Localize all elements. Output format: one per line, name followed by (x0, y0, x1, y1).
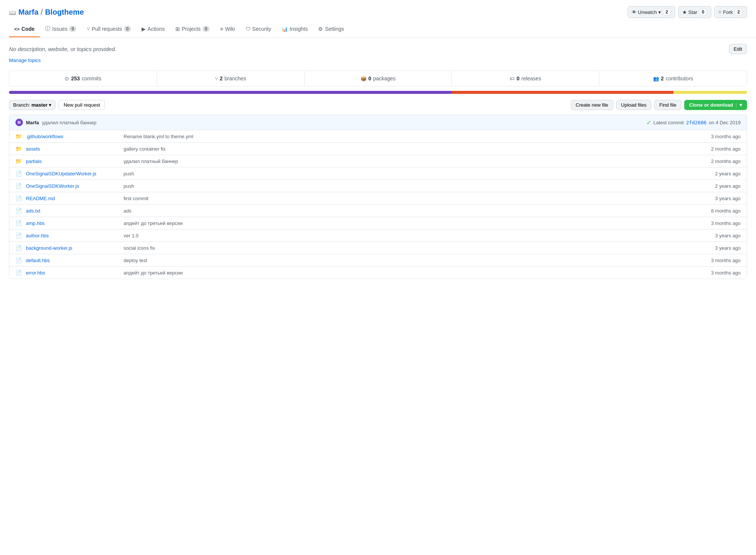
file-time: 3 years ago (696, 245, 741, 251)
file-commit-message: social icons fix (124, 245, 696, 251)
find-file-button[interactable]: Find file (654, 100, 681, 110)
commits-stat[interactable]: 253 commits (9, 71, 157, 86)
unwatch-button[interactable]: Unwatch 2 (628, 6, 675, 18)
file-name-link[interactable]: .github/workflows (26, 134, 63, 139)
packages-count: 0 (368, 75, 371, 81)
file-time: 3 years ago (696, 196, 741, 201)
commit-date: on 4 Dec 2019 (709, 120, 741, 125)
issues-badge: 0 (69, 26, 76, 32)
tab-actions[interactable]: Actions (136, 21, 170, 37)
file-rows-container: 📁.github/workflowsRename blank.yml to th… (9, 130, 747, 279)
chevron-down-icon (739, 102, 742, 108)
file-commit-message: ver 1.0 (124, 233, 696, 238)
table-row: 📄OneSignalSDKWorker.jspush2 years ago (9, 180, 747, 192)
table-row: 📁partialsудалил платный баннер2 months a… (9, 155, 747, 167)
eye-icon (632, 9, 637, 15)
clone-or-download-button[interactable]: Clone or download (684, 100, 747, 110)
file-time: 2 years ago (696, 183, 741, 189)
tab-settings[interactable]: Settings (313, 21, 349, 37)
commit-hash-link[interactable]: 2fd2606 (686, 120, 707, 125)
tab-pull-requests[interactable]: Pull requests 0 (81, 21, 136, 37)
file-time: 2 months ago (696, 146, 741, 152)
commit-author-link[interactable]: Marfa (26, 120, 39, 125)
file-icon: 📄 (15, 170, 26, 176)
branches-stat[interactable]: 2 branches (157, 71, 305, 86)
tab-projects-label: Projects (182, 26, 201, 32)
unwatch-count: 2 (662, 8, 671, 16)
releases-stat[interactable]: 0 releases (452, 71, 599, 86)
file-name-link[interactable]: error.hbs (26, 270, 45, 276)
file-name-link[interactable]: default.hbs (26, 258, 50, 263)
table-row: 📄ads.txtads8 months ago (9, 205, 747, 217)
create-new-file-button[interactable]: Create new file (571, 100, 613, 110)
controls-left: Branch: master New pull request (9, 100, 105, 110)
repo-name-link[interactable]: Blogtheme (45, 8, 84, 17)
file-icon: 📄 (15, 208, 26, 214)
table-row: 📄background-worker.jssocial icons fix3 y… (9, 242, 747, 254)
file-icon: 📄 (15, 257, 26, 263)
table-row: 📄README.mdfirst commit3 years ago (9, 192, 747, 205)
contributors-stat[interactable]: 2 contributors (599, 71, 747, 86)
clone-btn-divider (736, 103, 736, 108)
unwatch-label: Unwatch (638, 9, 657, 15)
new-pull-request-button[interactable]: New pull request (59, 100, 105, 110)
file-commit-message: ads (124, 208, 696, 214)
file-name-link[interactable]: amp.hbs (26, 220, 45, 226)
file-icon: 📄 (15, 220, 26, 226)
file-commit-message: удалил платный баннер (124, 158, 696, 164)
manage-topics-link[interactable]: Manage topics (9, 57, 41, 63)
fork-button[interactable]: Fork 2 (714, 6, 747, 18)
star-button[interactable]: Star 0 (678, 6, 712, 18)
releases-count: 0 (516, 75, 519, 81)
tab-projects[interactable]: Projects 0 (170, 21, 215, 37)
file-commit-message: апдейт до третьей версии (124, 270, 696, 276)
file-name-link[interactable]: author.hbs (26, 233, 49, 238)
file-icon: 📄 (15, 270, 26, 276)
table-row: 📄error.hbsапдейт до третьей версии3 mont… (9, 267, 747, 279)
tab-wiki[interactable]: Wiki (215, 21, 240, 37)
gear-icon (318, 26, 323, 32)
file-time: 2 months ago (696, 158, 741, 164)
file-name-link[interactable]: README.md (26, 196, 55, 201)
clone-label: Clone or download (689, 102, 733, 108)
controls-right: Create new file Upload files Find file C… (571, 100, 747, 110)
releases-label: releases (521, 75, 541, 81)
tab-wiki-label: Wiki (225, 26, 235, 32)
commit-hash-label: Latest commit (653, 120, 684, 125)
file-time: 8 months ago (696, 208, 741, 214)
tab-pr-label: Pull requests (92, 26, 122, 32)
table-row: 📄author.hbsver 1.03 years ago (9, 229, 747, 242)
pr-icon (87, 26, 90, 32)
file-commit-message: gallery container fix (124, 146, 696, 152)
people-icon (653, 75, 659, 81)
file-name-link[interactable]: OneSignalSDKUpdaterWorker.js (26, 171, 97, 176)
wiki-icon (220, 26, 223, 32)
pr-badge: 0 (124, 26, 131, 32)
nav-tabs: Code Issues 0 Pull requests 0 Actions Pr… (0, 21, 756, 38)
file-commit-message: push (124, 183, 696, 189)
play-icon (142, 26, 146, 32)
file-name-link[interactable]: assets (26, 146, 40, 152)
tag-icon (510, 75, 515, 81)
tab-code[interactable]: Code (9, 21, 40, 37)
file-name-link[interactable]: ads.txt (26, 208, 40, 214)
tab-insights[interactable]: Insights (276, 21, 313, 37)
branch-selector[interactable]: Branch: master (9, 100, 56, 110)
branch-label: Branch: (13, 102, 30, 108)
language-segment (9, 91, 452, 94)
tab-issues[interactable]: Issues 0 (40, 21, 81, 38)
file-name-link[interactable]: OneSignalSDKWorker.js (26, 183, 79, 189)
package-icon (361, 75, 367, 81)
file-name-link[interactable]: partials (26, 158, 42, 164)
folder-icon: 📁 (15, 133, 26, 139)
packages-stat[interactable]: 0 packages (305, 71, 452, 86)
repo-owner-link[interactable]: Marfa (18, 8, 38, 17)
branch-icon (215, 75, 218, 81)
edit-description-button[interactable]: Edit (729, 44, 747, 54)
repo-separator: / (41, 8, 43, 17)
file-name-link[interactable]: background-worker.js (26, 245, 72, 251)
tab-security[interactable]: Security (240, 21, 277, 37)
upload-files-button[interactable]: Upload files (616, 100, 652, 110)
commit-message: удалил платный баннер (42, 120, 97, 125)
tab-code-label: Code (21, 26, 35, 32)
